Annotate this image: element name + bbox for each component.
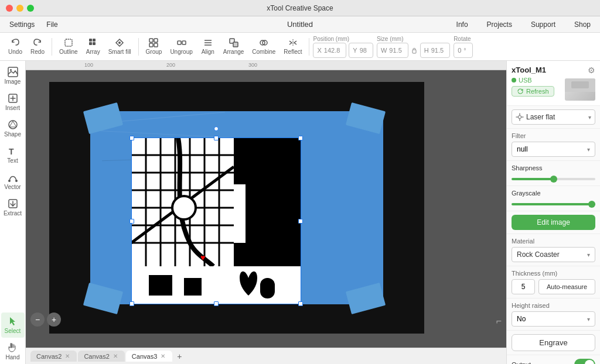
zoom-in-button[interactable]: +	[47, 313, 61, 327]
sidebar-item-extract[interactable]: Extract	[1, 195, 25, 220]
toolbar-reflect[interactable]: Reflect	[280, 36, 305, 57]
lock-icon	[411, 47, 418, 54]
grayscale-slider[interactable]	[512, 203, 595, 205]
close-button[interactable]	[6, 5, 13, 12]
toolbar-outline[interactable]: Outline	[56, 36, 81, 57]
x-position-field[interactable]: X 142.8	[313, 43, 346, 58]
shop-menu[interactable]: Shop	[570, 19, 595, 30]
sidebar-item-hand[interactable]: Hand	[1, 339, 25, 364]
y-value: 98	[360, 47, 367, 54]
settings-menu[interactable]: Settings	[5, 19, 39, 30]
grayscale-label: Grayscale	[512, 190, 595, 197]
toolbar-smartfill[interactable]: Smart fill	[105, 36, 135, 57]
edit-image-button[interactable]: Edit image	[512, 215, 595, 230]
svg-rect-9	[154, 39, 158, 42]
toolbar-arrange[interactable]: Arrange	[220, 36, 248, 57]
tab-canvas3[interactable]: Canvas3 ✕	[126, 351, 172, 362]
sidebar-hand-label: Hand	[6, 354, 20, 360]
file-menu[interactable]: File	[42, 19, 62, 30]
mode-selector[interactable]: Laser flat ▾	[512, 109, 595, 125]
canvas-content[interactable]: ♥	[26, 70, 506, 348]
support-menu[interactable]: Support	[526, 19, 560, 30]
document-title: Untitled	[287, 20, 313, 29]
rotate-field[interactable]: 0 °	[454, 43, 473, 58]
svg-rect-10	[178, 41, 181, 44]
output-toggle[interactable]	[574, 359, 595, 364]
sidebar-item-text[interactable]: T Text	[1, 142, 25, 167]
group-label: Group	[146, 49, 162, 55]
output-section: Output	[507, 355, 600, 364]
sidebar-item-image[interactable]: Image	[1, 63, 25, 88]
thickness-label: Thickness (mm)	[512, 270, 595, 277]
toolbar-align[interactable]: Align	[197, 36, 219, 57]
sidebar-item-select[interactable]: Select	[1, 313, 25, 338]
tab-canvas3-label: Canvas3	[132, 353, 157, 360]
toolbar-undo[interactable]: Undo	[5, 36, 26, 57]
height-raised-selector[interactable]: No ▾	[512, 311, 595, 327]
titlebar: xTool Creative Space	[0, 0, 600, 16]
tab-add-button[interactable]: +	[173, 351, 185, 362]
zoom-controls: − +	[30, 313, 61, 327]
smartfill-label: Smart fill	[108, 49, 131, 55]
tab-canvas3-close[interactable]: ✕	[159, 352, 166, 360]
toolbar-redo[interactable]: Redo	[27, 36, 48, 57]
material-selector[interactable]: Rock Coaster ▾	[512, 247, 595, 262]
material-chevron-icon: ▾	[587, 252, 590, 258]
position-fields: Position (mm) X 142.8 Y 98	[313, 36, 373, 58]
grayscale-section: Grayscale	[507, 186, 600, 211]
y-position-field[interactable]: Y 98	[349, 43, 373, 58]
toolbar-array[interactable]: Array	[83, 36, 104, 57]
sidebar-item-shape[interactable]: Shape	[1, 116, 25, 141]
minimize-button[interactable]	[16, 5, 23, 12]
w-size-field[interactable]: W 91.5	[377, 43, 408, 58]
rotate-field-group: Rotate 0 °	[454, 36, 473, 58]
size-fields: Size (mm) W 91.5 H 91.5	[377, 36, 450, 58]
x-value: 142.8	[324, 47, 340, 54]
h-size-field[interactable]: H 91.5	[420, 43, 450, 58]
svg-rect-8	[149, 43, 153, 47]
thickness-input[interactable]	[512, 279, 535, 294]
tab-canvas2-1[interactable]: Canvas2 ✕	[30, 351, 77, 362]
arrange-label: Arrange	[223, 49, 244, 55]
svg-text:T: T	[9, 147, 14, 156]
filter-chevron-icon: ▾	[587, 146, 590, 153]
toolbar-combine[interactable]: Combine	[248, 36, 279, 57]
svg-rect-53	[260, 278, 275, 298]
h-value: 91.5	[431, 47, 444, 54]
ruler-top: 100 200 300	[26, 61, 506, 70]
filter-selector[interactable]: null ▾	[512, 142, 595, 157]
h-label: H	[424, 47, 429, 54]
app-title: xTool Creative Space	[267, 4, 333, 12]
device-section: xTool_M1 USB Refresh ⚙	[507, 61, 600, 106]
svg-rect-11	[182, 41, 186, 44]
engrave-button[interactable]: Engrave	[512, 334, 595, 351]
undo-label: Undo	[8, 49, 22, 55]
tab-canvas2-1-close[interactable]: ✕	[64, 352, 71, 360]
sharpness-slider[interactable]	[512, 178, 595, 180]
ruler-200: 200	[166, 62, 175, 68]
ungroup-label: Ungroup	[170, 49, 192, 55]
tab-canvas2-2[interactable]: Canvas2 ✕	[78, 351, 124, 362]
zoom-out-button[interactable]: −	[30, 313, 45, 327]
info-menu[interactable]: Info	[452, 19, 473, 30]
toolbar-group[interactable]: Group	[142, 36, 166, 57]
maximize-button[interactable]	[27, 5, 34, 12]
sidebar-item-vector[interactable]: Vector	[1, 169, 25, 194]
height-raised-value: No	[517, 315, 526, 323]
left-bar	[49, 82, 90, 334]
sidebar-insert-label: Insert	[5, 105, 20, 111]
gear-icon[interactable]: ⚙	[588, 66, 595, 75]
engrave-section: Engrave	[507, 331, 600, 355]
svg-rect-4	[93, 42, 96, 45]
projects-menu[interactable]: Projects	[482, 19, 517, 30]
tab-canvas2-2-close[interactable]: ✕	[112, 352, 119, 360]
toolbar-separator-2	[138, 38, 139, 56]
auto-measure-button[interactable]: Auto-measure	[538, 279, 595, 294]
sharpness-section: Sharpness	[507, 161, 600, 186]
refresh-button[interactable]: Refresh	[512, 86, 554, 97]
reflect-label: Reflect	[284, 49, 302, 55]
mode-section: Laser flat ▾	[507, 106, 600, 129]
sidebar-item-insert[interactable]: Insert	[1, 90, 25, 115]
toolbar-ungroup[interactable]: Ungroup	[166, 36, 196, 57]
svg-point-54	[519, 116, 521, 119]
